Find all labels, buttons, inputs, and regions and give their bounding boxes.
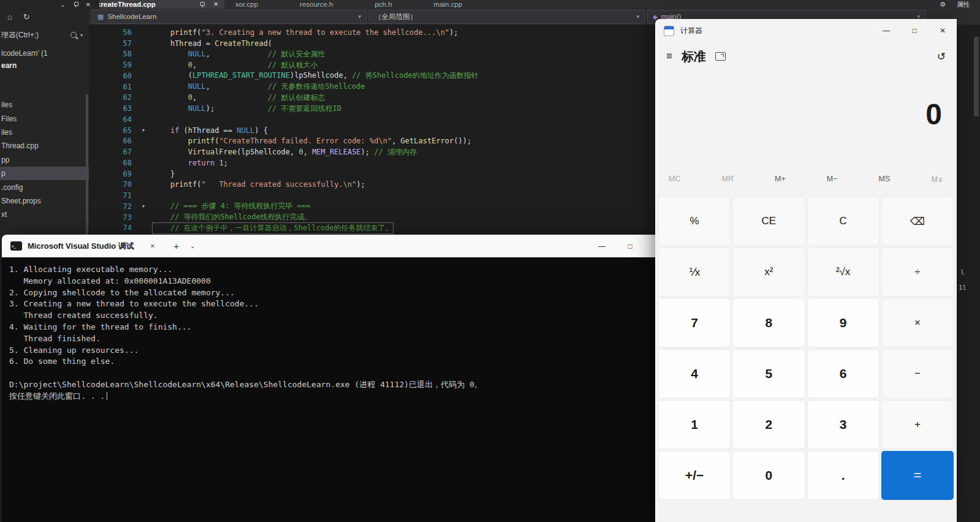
calc-button-clear-entry[interactable]: CE — [732, 197, 805, 246]
code-segment: // 默认创建标志 — [268, 93, 325, 102]
calc-button-subtract[interactable]: − — [881, 349, 954, 398]
editor-tab-label: createThread.cpp — [97, 1, 156, 8]
calc-button-five[interactable]: 5 — [732, 349, 805, 398]
calc-button-four[interactable]: 4 — [658, 349, 731, 398]
code-segment: ); — [361, 148, 374, 156]
code-segment — [153, 180, 170, 189]
console-new-tab-button[interactable]: + — [173, 241, 179, 251]
calc-button-six[interactable]: 6 — [807, 349, 879, 398]
refresh-icon[interactable]: ↻ — [23, 12, 30, 21]
fold-marker-icon[interactable]: ▾ — [134, 203, 153, 209]
scope-dropdown[interactable]: （全局范围） ▾ — [369, 10, 645, 24]
code-segment: ( — [153, 71, 192, 80]
panel-close-icon[interactable]: ✕ — [86, 1, 91, 8]
panel-pin-icon[interactable] — [73, 2, 78, 7]
memory-button-m-plus[interactable]: M+ — [769, 172, 792, 186]
memory-button-mr[interactable]: MR — [716, 172, 740, 186]
editor-tab[interactable]: createThread.cpp✕ — [91, 0, 224, 9]
calc-button-decimal[interactable]: . — [807, 451, 879, 500]
console-text-line: 5. Cleaning up resources... — [9, 345, 672, 357]
text-cursor — [107, 392, 110, 400]
memory-button-m-minus[interactable]: M− — [821, 172, 844, 186]
solution-search[interactable]: 理器(Ctrl+;) ▾ — [0, 28, 89, 42]
editor-tab[interactable]: pch.h — [368, 0, 398, 9]
desktop: createThread.cpp✕xor.cppresource.hpch.hm… — [0, 0, 980, 522]
code-segment: CreateThread — [215, 39, 268, 48]
tree-item[interactable]: .config — [0, 180, 89, 194]
editor-tab[interactable]: xor.cpp — [229, 0, 264, 9]
line-number: 57 — [89, 39, 134, 48]
calc-button-seven[interactable]: 7 — [658, 298, 731, 347]
tab-pin-icon[interactable] — [199, 2, 205, 7]
editor-scrollbar-thumb[interactable] — [974, 37, 979, 116]
tab-close-icon[interactable]: ✕ — [213, 1, 218, 7]
calc-button-add[interactable]: + — [881, 400, 954, 449]
tree-item[interactable]: Files — [0, 112, 89, 125]
keep-on-top-icon[interactable] — [715, 52, 726, 61]
solution-node[interactable]: lcodeLearn' (1 — [0, 47, 89, 59]
panel-chevron-down-icon[interactable]: ⌄ — [60, 1, 65, 8]
fold-marker-icon[interactable]: ▾ — [134, 127, 153, 133]
calc-button-negate[interactable]: +/− — [658, 451, 731, 500]
project-node[interactable]: earn — [0, 59, 89, 72]
editor-tab[interactable]: main.cpp — [428, 0, 469, 9]
sidebar-scrollbar[interactable] — [86, 94, 88, 239]
code-segment: // 默认安全属性 — [268, 50, 325, 58]
calculator-close-button[interactable]: ✕ — [929, 19, 957, 42]
tree-item[interactable]: pp — [0, 153, 89, 167]
tree-item[interactable]: Thread.cpp — [0, 139, 89, 153]
tree-item[interactable]: iles — [0, 98, 89, 112]
calc-button-square[interactable]: x² — [732, 248, 805, 297]
calc-button-one[interactable]: 1 — [658, 400, 731, 449]
code-segment — [153, 148, 188, 156]
calc-button-clear[interactable]: C — [807, 197, 879, 246]
calc-button-equals[interactable]: = — [881, 451, 954, 500]
calc-button-percent[interactable]: % — [658, 197, 731, 246]
line-number: 65 — [89, 126, 134, 135]
console-output[interactable]: 1. Allocating executable memory... Memor… — [2, 257, 672, 522]
project-dropdown-value: ShellcodeLearn — [107, 13, 156, 20]
console-tab-close-icon[interactable]: ✕ — [150, 243, 155, 249]
calc-button-eight[interactable]: 8 — [732, 298, 805, 347]
hamburger-menu-icon[interactable]: ≡ — [666, 50, 672, 62]
search-options-caret-icon[interactable]: ▾ — [80, 32, 83, 38]
tree-item[interactable]: Sheet.props — [0, 194, 89, 208]
tree-item[interactable]: xt — [0, 208, 89, 221]
console-tab-dropdown-icon[interactable]: ⌄ — [190, 243, 195, 249]
code-segment: printf — [188, 137, 215, 145]
calculator-titlebar[interactable]: 计算器 — □ ✕ — [655, 19, 957, 42]
console-maximize-button[interactable]: □ — [616, 235, 644, 257]
calc-button-multiply[interactable]: × — [881, 298, 954, 347]
editor-tab[interactable]: resource.h — [294, 0, 339, 9]
calc-button-backspace[interactable]: ⌫ — [881, 197, 954, 246]
history-icon[interactable]: ↺ — [937, 50, 946, 63]
calc-button-square-root[interactable]: ²√x — [807, 248, 879, 297]
code-segment: printf — [170, 180, 197, 189]
project-dropdown[interactable]: ▦ ShellcodeLearn ▾ — [92, 10, 367, 24]
calc-button-three[interactable]: 3 — [807, 400, 879, 449]
console-text-line: Thread finished. — [9, 333, 672, 345]
home-icon[interactable]: ⌂ — [7, 12, 12, 21]
calc-button-reciprocal[interactable]: ⅟x — [658, 248, 731, 297]
code-segment: ()); — [454, 137, 471, 145]
calculator-minimize-button[interactable]: — — [872, 19, 900, 42]
calc-button-zero[interactable]: 0 — [732, 451, 805, 500]
gear-icon[interactable]: ⚙ — [940, 1, 946, 9]
project-icon: ▦ — [97, 13, 104, 21]
calc-button-two[interactable]: 2 — [732, 400, 805, 449]
search-icon[interactable] — [70, 32, 77, 38]
code-text: // 在这个例子中，一旦计算器启动，Shellcode的任务就结束了。 — [153, 223, 393, 233]
memory-button-ms[interactable]: MS — [873, 172, 897, 186]
properties-panel-label[interactable]: 属性 — [957, 0, 970, 9]
tree-item[interactable]: p — [0, 167, 89, 180]
console-minimize-button[interactable]: — — [588, 235, 616, 257]
line-number: 69 — [89, 170, 134, 178]
console-titlebar[interactable]: >_ Microsoft Visual Studio 调试 ✕ + ⌄ — □ … — [2, 235, 672, 257]
calc-button-nine[interactable]: 9 — [807, 298, 879, 347]
calc-button-divide[interactable]: ÷ — [881, 248, 954, 297]
memory-button-mc[interactable]: MC — [663, 172, 686, 186]
tree-item[interactable]: iles — [0, 126, 89, 139]
code-segment — [153, 213, 170, 221]
calculator-maximize-button[interactable]: □ — [900, 19, 929, 42]
memory-button-m-dropdown[interactable]: M∨ — [925, 172, 949, 186]
